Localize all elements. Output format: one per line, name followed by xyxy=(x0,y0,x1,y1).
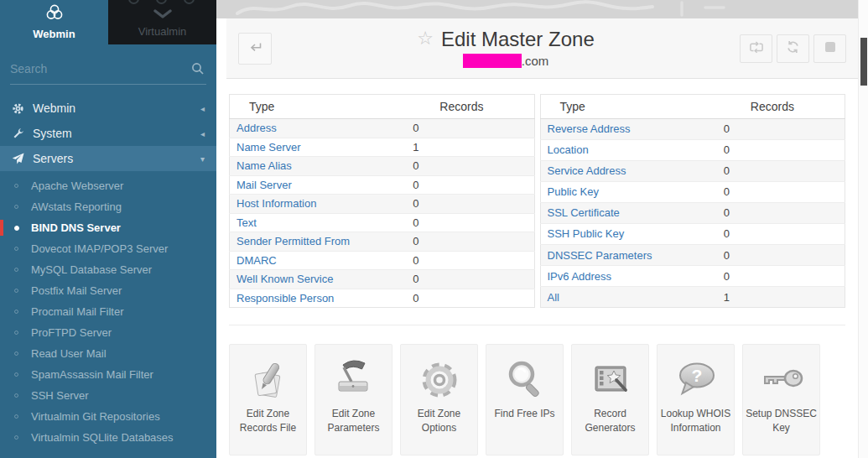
record-type-link[interactable]: Sender Permitted From xyxy=(236,235,350,247)
sidebar-item-label: Read User Mail xyxy=(31,347,107,360)
record-type-link[interactable]: Text xyxy=(236,216,257,229)
action-card-edit-zone-records-file[interactable]: Edit Zone Records File xyxy=(229,344,307,455)
bullet-icon xyxy=(14,351,18,356)
action-card-find-free-ips[interactable]: Find Free IPs xyxy=(486,344,564,455)
record-type-row: Name Server 1 xyxy=(230,138,535,157)
column-header-records: Records xyxy=(717,95,845,119)
decorative-circle xyxy=(156,0,167,4)
wrench-icon xyxy=(12,128,33,140)
repeat-button[interactable] xyxy=(740,34,772,63)
sidebar-item-read-user-mail[interactable]: Read User Mail xyxy=(0,343,216,364)
redacted-domain-box xyxy=(463,54,522,68)
stop-button[interactable] xyxy=(813,34,846,63)
record-type-link[interactable]: Responsible Person xyxy=(236,292,334,304)
page-content: Type Records Address 0 Name Server 1 Nam… xyxy=(226,79,858,455)
action-card-label: Setup DNSSEC Key xyxy=(743,407,819,435)
sidebar-item-bind-dns-server[interactable]: BIND DNS Server xyxy=(0,217,216,238)
search-input[interactable] xyxy=(10,62,190,75)
tab-virtualmin-label: Virtualmin xyxy=(138,25,187,38)
sidebar-section-webmin[interactable]: Webmin◂ xyxy=(0,96,216,121)
record-type-link[interactable]: SSL Certificate xyxy=(548,206,620,219)
sidebar-nav: Webmin◂System◂Servers▾Apache WebserverAW… xyxy=(0,96,216,458)
record-type-row: Public Key 0 xyxy=(540,182,845,203)
record-type-link[interactable]: DNSSEC Parameters xyxy=(548,249,652,262)
sidebar-item-spamassassin-mail-filter[interactable]: SpamAssassin Mail Filter xyxy=(0,364,216,385)
record-type-row: Sender Permitted From 0 xyxy=(230,232,535,252)
search-icon[interactable] xyxy=(190,62,206,75)
magnifier-icon xyxy=(502,353,548,407)
sidebar-item-apache-webserver[interactable]: Apache Webserver xyxy=(0,175,216,196)
record-type-link[interactable]: DMARC xyxy=(236,254,277,267)
record-count: 0 xyxy=(406,157,534,176)
sidebar-item-procmail-mail-filter[interactable]: Procmail Mail Filter xyxy=(0,301,216,322)
record-type-row: Responsible Person 0 xyxy=(230,289,535,308)
action-card-edit-zone-parameters[interactable]: Edit Zone Parameters xyxy=(314,344,392,455)
scrollbar-thumb[interactable] xyxy=(860,38,867,86)
sidebar-item-virtualmin-sqllite-databases[interactable]: Virtualmin SQLlite Databases xyxy=(0,427,216,448)
sidebar-item-awstats-reporting[interactable]: AWstats Reporting xyxy=(0,196,216,217)
record-type-link[interactable]: IPv6 Address xyxy=(548,270,612,283)
top-strip xyxy=(216,0,858,18)
sidebar-item-label: SpamAssassin Mail Filter xyxy=(31,368,153,381)
action-card-edit-zone-options[interactable]: Edit Zone Options xyxy=(400,344,478,455)
action-card-label: Edit Zone Parameters xyxy=(315,407,392,435)
back-button[interactable] xyxy=(238,33,272,65)
screen-wand-icon xyxy=(588,353,633,407)
sidebar-search xyxy=(10,53,206,85)
bullet-icon xyxy=(14,414,18,419)
action-card-label: Find Free IPs xyxy=(491,407,557,421)
sidebar-item-proftpd-server[interactable]: ProFTPD Server xyxy=(0,322,216,343)
sidebar-section-system[interactable]: System◂ xyxy=(0,121,216,146)
record-type-link[interactable]: All xyxy=(548,291,559,304)
record-count: 0 xyxy=(406,175,534,195)
sidebar-item-virtualmin-git-repositories[interactable]: Virtualmin Git Repositories xyxy=(0,406,216,427)
page-title: Edit Master Zone xyxy=(441,28,595,50)
scrollbar[interactable] xyxy=(858,0,868,458)
record-type-row: DMARC 0 xyxy=(230,251,535,270)
column-header-type: Type xyxy=(540,95,717,119)
bullet-icon xyxy=(14,372,18,377)
record-type-row: Name Alias 0 xyxy=(230,157,535,176)
sidebar: Webmin Virtualmin Webmin◂System◂Servers▾… xyxy=(0,0,216,458)
sidebar-section-servers[interactable]: Servers▾ xyxy=(0,146,216,171)
record-type-row: DNSSEC Parameters 0 xyxy=(540,245,845,266)
record-count: 0 xyxy=(406,213,534,232)
star-icon[interactable]: ☆ xyxy=(417,28,434,49)
tab-webmin[interactable]: Webmin xyxy=(0,0,108,44)
action-card-label: Edit Zone Records File xyxy=(230,407,306,435)
action-card-record-generators[interactable]: Record Generators xyxy=(571,344,649,455)
record-type-link[interactable]: Service Address xyxy=(548,164,626,177)
record-type-link[interactable]: Well Known Service xyxy=(236,273,333,285)
record-count: 0 xyxy=(406,119,534,138)
sidebar-section-label: Webmin xyxy=(33,101,75,115)
webmin-logo-icon xyxy=(45,4,64,24)
tab-virtualmin[interactable]: Virtualmin xyxy=(108,0,216,44)
action-card-setup-dnssec-key[interactable]: Setup DNSSEC Key xyxy=(742,344,820,455)
sidebar-item-label: Apache Webserver xyxy=(31,180,123,192)
record-type-link[interactable]: Host Information xyxy=(236,197,316,210)
title-block: ☆Edit Master Zone .com xyxy=(272,29,740,67)
send-icon xyxy=(12,153,33,165)
chevron-down-icon xyxy=(153,7,173,22)
sidebar-item-dovecot-imap-pop3-server[interactable]: Dovecot IMAP/POP3 Server xyxy=(0,238,216,259)
record-type-link[interactable]: Address xyxy=(236,122,277,134)
record-type-link[interactable]: Public Key xyxy=(548,185,599,198)
record-type-row: Address 0 xyxy=(230,119,535,138)
record-count: 0 xyxy=(717,182,845,203)
refresh-button[interactable] xyxy=(777,34,809,63)
header-buttons xyxy=(740,34,846,63)
record-type-link[interactable]: Name Alias xyxy=(236,159,292,172)
record-type-link[interactable]: Name Server xyxy=(236,141,301,154)
action-card-lookup-whois-information[interactable]: ?Lookup WHOIS Information xyxy=(657,344,735,455)
gear-large-icon xyxy=(418,353,461,407)
record-type-link[interactable]: SSH Public Key xyxy=(548,227,625,240)
record-type-link[interactable]: Location xyxy=(548,143,589,156)
record-type-link[interactable]: Reverse Address xyxy=(548,122,631,135)
decorative-circle xyxy=(128,0,139,4)
sidebar-item-postfix-mail-server[interactable]: Postfix Mail Server xyxy=(0,280,216,301)
record-types-table-right: Type Records Reverse Address 0 Location … xyxy=(540,94,846,308)
sidebar-item-ssh-server[interactable]: SSH Server xyxy=(0,385,216,406)
gear-icon xyxy=(12,102,33,115)
record-type-link[interactable]: Mail Server xyxy=(236,179,292,191)
sidebar-item-mysql-database-server[interactable]: MySQL Database Server xyxy=(0,259,216,280)
